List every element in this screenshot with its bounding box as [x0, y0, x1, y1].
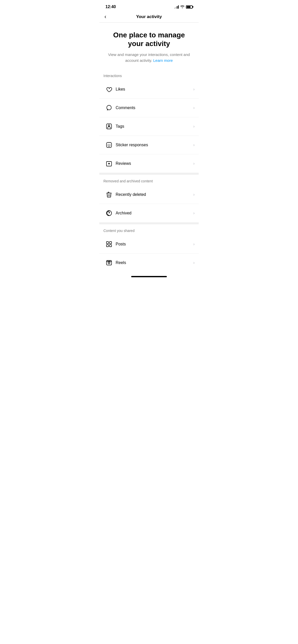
status-bar: 12:40 [99, 0, 199, 12]
menu-item-recently-deleted[interactable]: Recently deleted › [99, 185, 199, 204]
chevron-right-icon: › [193, 161, 195, 166]
menu-item-reels[interactable]: Reels › [99, 254, 199, 272]
section-content-shared: Content you shared Posts › [99, 224, 199, 272]
back-arrow-icon: ‹ [104, 13, 106, 20]
learn-more-link[interactable]: Learn more [153, 58, 173, 63]
battery-icon [186, 5, 193, 9]
page-title: Your activity [136, 14, 162, 19]
home-indicator [99, 274, 199, 279]
posts-label: Posts [116, 242, 193, 246]
status-icons [174, 5, 193, 9]
svg-point-4 [108, 144, 109, 145]
chevron-right-icon: › [193, 124, 195, 129]
menu-item-archived[interactable]: Archived › [99, 204, 199, 222]
reels-icon [103, 257, 115, 268]
tag-person-icon [103, 121, 115, 132]
likes-label: Likes [116, 87, 193, 92]
section-interactions: Interactions Likes › Comments › [99, 69, 199, 173]
chevron-right-icon: › [193, 106, 195, 110]
menu-item-posts[interactable]: Posts › [99, 235, 199, 254]
trash-icon [103, 189, 115, 200]
hero-section: One place to manage your activity View a… [99, 23, 199, 69]
hero-subtitle: View and manage your interactions, conte… [105, 52, 193, 63]
chevron-right-icon: › [193, 211, 195, 215]
home-bar [131, 276, 167, 277]
archive-icon [103, 208, 115, 219]
svg-rect-7 [106, 242, 109, 244]
svg-point-5 [110, 144, 110, 145]
grid-icon [103, 239, 115, 250]
chevron-right-icon: › [193, 260, 195, 265]
back-button[interactable]: ‹ [103, 12, 107, 21]
section-removed-archived: Removed and archived content Recently de… [99, 175, 199, 222]
reviews-icon [103, 158, 115, 169]
menu-item-reviews[interactable]: Reviews › [99, 154, 199, 173]
svg-rect-3 [106, 142, 112, 148]
chevron-right-icon: › [193, 143, 195, 147]
section-header-removed: Removed and archived content [99, 175, 199, 185]
menu-item-likes[interactable]: Likes › [99, 80, 199, 99]
section-header-interactions: Interactions [99, 69, 199, 80]
section-label-removed: Removed and archived content [103, 179, 153, 183]
section-divider-2 [99, 222, 199, 224]
section-label-interactions: Interactions [103, 74, 122, 78]
chevron-right-icon: › [193, 242, 195, 246]
svg-rect-8 [110, 242, 112, 244]
tags-label: Tags [116, 124, 193, 129]
menu-item-sticker-responses[interactable]: Sticker responses › [99, 136, 199, 154]
section-header-content: Content you shared [99, 224, 199, 235]
sticker-responses-label: Sticker responses [116, 143, 193, 147]
nav-header: ‹ Your activity [99, 12, 199, 23]
menu-item-comments[interactable]: Comments › [99, 99, 199, 117]
svg-point-0 [107, 105, 111, 110]
status-time: 12:40 [105, 5, 116, 9]
hero-title: One place to manage your activity [105, 31, 193, 48]
wifi-icon [180, 5, 184, 9]
heart-icon [103, 84, 115, 95]
main-content: One place to manage your activity View a… [99, 23, 199, 272]
menu-item-tags[interactable]: Tags › [99, 117, 199, 136]
reviews-label: Reviews [116, 161, 193, 166]
svg-rect-9 [106, 245, 109, 247]
section-divider-1 [99, 173, 199, 175]
recently-deleted-label: Recently deleted [116, 192, 193, 197]
comment-icon [103, 102, 115, 113]
sticker-icon [103, 139, 115, 151]
section-label-content: Content you shared [103, 229, 134, 233]
chevron-right-icon: › [193, 192, 195, 197]
svg-point-2 [108, 125, 110, 126]
svg-rect-10 [110, 245, 112, 247]
archived-label: Archived [116, 211, 193, 215]
chevron-right-icon: › [193, 87, 195, 92]
svg-point-13 [109, 262, 110, 263]
reels-label: Reels [116, 260, 193, 265]
signal-icon [174, 5, 179, 9]
comments-label: Comments [116, 106, 193, 110]
